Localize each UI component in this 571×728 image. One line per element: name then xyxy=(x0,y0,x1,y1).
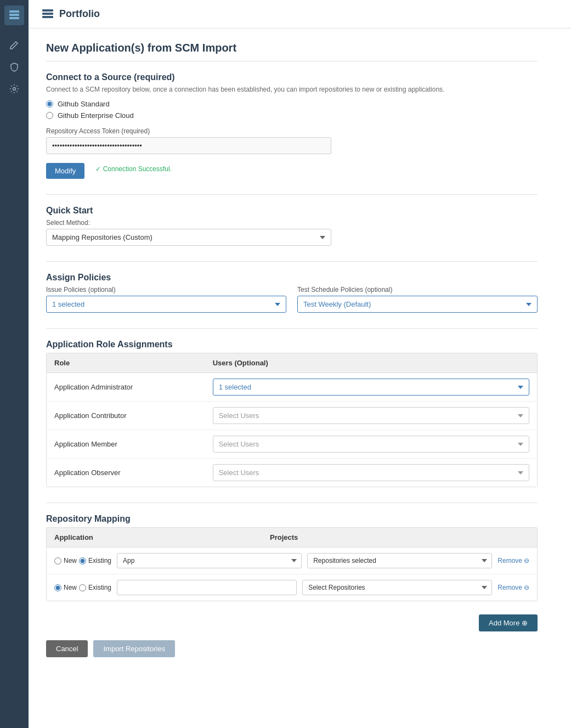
add-more-label: Add More ⊕ xyxy=(489,619,528,627)
new-radio-2[interactable] xyxy=(54,584,61,591)
table-row: Application Observer Select Users xyxy=(47,459,537,487)
test-policy-label: Test Schedule Policies (optional) xyxy=(297,286,538,294)
new-existing-toggle-2: New Existing xyxy=(54,584,111,591)
role-assignments-title: Application Role Assignments xyxy=(46,340,538,349)
github-enterprise-radio[interactable] xyxy=(46,112,53,119)
add-more-button[interactable]: Add More ⊕ xyxy=(479,614,538,631)
role-name: Application Member xyxy=(54,440,213,448)
github-standard-radio[interactable] xyxy=(46,100,53,108)
users-select-container: Select Users xyxy=(213,436,529,453)
table-row: New Existing Select Repositories Remove … xyxy=(47,574,537,601)
remove-icon-1: ⊖ xyxy=(524,557,529,565)
header-title: Portfolio xyxy=(59,8,100,20)
new-radio-1[interactable] xyxy=(54,557,61,565)
policies-row: Issue Policies (optional) 1 selected Tes… xyxy=(46,286,538,313)
svg-point-3 xyxy=(13,88,16,91)
new-label-2: New xyxy=(64,584,77,591)
github-enterprise-option[interactable]: Github Enterprise Cloud xyxy=(46,111,538,120)
table-row: Application Contributor Select Users xyxy=(47,402,537,430)
modify-button[interactable]: Modify xyxy=(46,163,84,179)
repo-table-header: Application Projects xyxy=(47,528,537,548)
users-select-container: Select Users xyxy=(213,464,529,481)
issue-policy-select[interactable]: 1 selected xyxy=(46,296,286,313)
svg-rect-4 xyxy=(42,9,53,12)
github-standard-option[interactable]: Github Standard xyxy=(46,100,538,108)
connection-status: ✓ Connection Successful. xyxy=(95,165,172,173)
contributor-users-select[interactable]: Select Users xyxy=(213,407,529,424)
scm-options: Github Standard Github Enterprise Cloud xyxy=(46,100,538,120)
select-method-label: Select Method: xyxy=(46,219,538,227)
import-button[interactable]: Import Repositories xyxy=(93,640,175,657)
connect-source-desc: Connect to a SCM repository below, once … xyxy=(46,86,538,93)
users-select-container: Select Users xyxy=(213,407,529,424)
table-row: Application Administrator 1 selected xyxy=(47,373,537,402)
main-content: Portfolio New Application(s) from SCM Im… xyxy=(29,0,571,728)
new-existing-toggle-1: New Existing xyxy=(54,557,111,565)
quick-start-title: Quick Start xyxy=(46,206,538,216)
repo-mapping-section: Repository Mapping Application Projects … xyxy=(46,514,538,601)
existing-radio-2[interactable] xyxy=(79,584,86,591)
cancel-button[interactable]: Cancel xyxy=(46,640,88,657)
existing-label-2: Existing xyxy=(88,584,111,591)
app-input-2[interactable] xyxy=(117,580,297,595)
github-standard-label: Github Standard xyxy=(58,100,110,108)
proj-col-header: Projects xyxy=(270,533,480,541)
role-col-header: Role xyxy=(54,359,213,367)
gear-icon[interactable] xyxy=(5,80,23,98)
proj-select-1[interactable]: Repositories selected xyxy=(307,553,492,568)
github-enterprise-label: Github Enterprise Cloud xyxy=(58,111,134,120)
app-logo[interactable] xyxy=(4,5,24,25)
pencil-icon[interactable] xyxy=(5,36,23,54)
role-table: Role Users (Optional) Application Admini… xyxy=(46,353,538,487)
app-select-1[interactable]: App xyxy=(117,553,302,568)
new-label-1: New xyxy=(64,557,77,565)
table-row: New Existing App Repositories selected R… xyxy=(47,548,537,574)
role-table-header: Role Users (Optional) xyxy=(47,353,537,373)
test-policy-select[interactable]: Test Weekly (Default) xyxy=(297,296,538,313)
admin-users-select[interactable]: 1 selected xyxy=(213,379,529,396)
repo-table: Application Projects New Existing App xyxy=(46,527,538,601)
sidebar xyxy=(0,0,29,728)
role-name: Application Observer xyxy=(54,469,213,477)
remove-button-1[interactable]: Remove ⊖ xyxy=(497,557,529,565)
issue-policy-label: Issue Policies (optional) xyxy=(46,286,286,294)
method-select[interactable]: Mapping Repositories (Custom) xyxy=(46,229,331,246)
token-input[interactable] xyxy=(46,137,331,154)
users-col-header: Users (Optional) xyxy=(213,359,529,367)
svg-rect-2 xyxy=(9,17,19,19)
existing-label-1: Existing xyxy=(88,557,111,565)
issue-policy-field: Issue Policies (optional) 1 selected xyxy=(46,286,286,313)
svg-rect-5 xyxy=(42,13,53,15)
connect-source-section: Connect to a Source (required) Connect t… xyxy=(46,72,538,179)
quick-start-section: Quick Start Select Method: Mapping Repos… xyxy=(46,206,538,246)
role-assignments-section: Application Role Assignments Role Users … xyxy=(46,340,538,487)
action-col-header xyxy=(480,533,529,541)
test-policy-field: Test Schedule Policies (optional) Test W… xyxy=(297,286,538,313)
assign-policies-section: Assign Policies Issue Policies (optional… xyxy=(46,273,538,313)
role-name: Application Administrator xyxy=(54,383,213,391)
remove-icon-2: ⊖ xyxy=(524,584,529,591)
remove-button-2[interactable]: Remove ⊖ xyxy=(497,584,529,591)
page-title: New Application(s) from SCM Import xyxy=(46,42,538,61)
portfolio-icon xyxy=(42,7,54,21)
top-header: Portfolio xyxy=(29,0,571,29)
connect-source-title: Connect to a Source (required) xyxy=(46,72,538,82)
role-name: Application Contributor xyxy=(54,411,213,420)
svg-rect-6 xyxy=(42,16,53,18)
token-label: Repository Access Token (required) xyxy=(46,127,538,135)
observer-users-select[interactable]: Select Users xyxy=(213,464,529,481)
svg-rect-1 xyxy=(9,14,19,16)
app-col-header: Application xyxy=(54,533,270,541)
table-row: Application Member Select Users xyxy=(47,430,537,459)
assign-policies-title: Assign Policies xyxy=(46,273,538,283)
users-select-container: 1 selected xyxy=(213,379,529,396)
footer-actions: Cancel Import Repositories xyxy=(46,631,538,657)
shield-icon[interactable] xyxy=(5,58,23,76)
svg-rect-0 xyxy=(9,10,19,13)
repo-mapping-title: Repository Mapping xyxy=(46,514,538,524)
member-users-select[interactable]: Select Users xyxy=(213,436,529,453)
proj-select-2[interactable]: Select Repositories xyxy=(302,580,492,595)
existing-radio-1[interactable] xyxy=(79,557,86,565)
